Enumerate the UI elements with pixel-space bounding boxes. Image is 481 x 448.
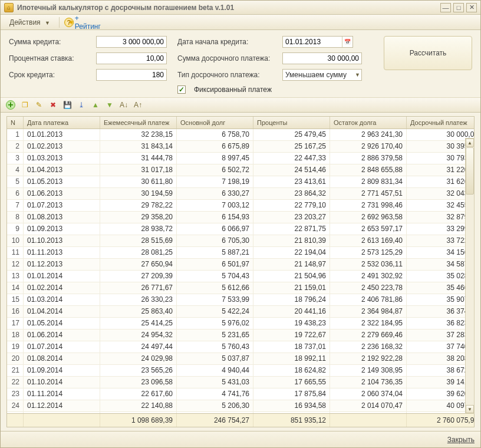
extra-sum-input[interactable]: [282, 52, 362, 64]
table-row[interactable]: 1301.01.201427 209,395 704,4321 504,962 …: [7, 271, 474, 282]
maximize-button[interactable]: □: [453, 3, 464, 12]
cell-interest: 18 992,11: [253, 353, 330, 364]
total-monthly: 1 098 689,39: [100, 414, 177, 427]
col-date[interactable]: Дата платежа: [24, 117, 100, 129]
chevron-down-icon: ▼: [355, 72, 360, 78]
rate-input[interactable]: [96, 52, 167, 64]
calculate-button[interactable]: Рассчитать: [384, 36, 472, 70]
table-row[interactable]: 2101.09.201423 565,264 940,4418 624,822 …: [7, 365, 474, 377]
save-button[interactable]: 💾: [62, 100, 73, 110]
cell-monthly: 23 096,58: [100, 377, 177, 388]
table-row[interactable]: 1201.12.201327 650,946 501,9721 148,972 …: [7, 259, 474, 271]
add-row-button[interactable]: +: [5, 100, 16, 110]
table-row[interactable]: 2201.10.201423 096,585 431,0317 665,552 …: [7, 377, 474, 388]
table-row[interactable]: 301.03.201331 444,788 997,4522 447,332 8…: [7, 153, 474, 164]
total-principal: 246 754,27: [177, 414, 253, 427]
cell-n: 15: [7, 294, 24, 305]
sum-label: Сумма кредита:: [9, 38, 91, 46]
actions-menu[interactable]: Действия ▼: [4, 16, 55, 29]
table-row[interactable]: 1901.07.201424 497,445 760,4318 737,012 …: [7, 341, 474, 353]
cell-monthly: 30 611,80: [100, 176, 177, 187]
copy-row-button[interactable]: ❐: [19, 100, 30, 110]
cell-principal: 6 705,30: [177, 235, 253, 246]
table-row[interactable]: 701.07.201329 782,227 003,1222 779,102 7…: [7, 200, 474, 212]
table-row[interactable]: 1701.05.201425 414,255 976,0219 438,232 …: [7, 318, 474, 330]
cell-date: 01.01.2014: [24, 271, 100, 282]
load-button[interactable]: ⤓: [76, 100, 87, 110]
col-interest[interactable]: Проценты: [253, 117, 330, 129]
cell-extra: 33 722,46: [407, 235, 474, 246]
cell-date: 01.05.2014: [24, 318, 100, 329]
footer-bar: Закрыть: [1, 431, 480, 447]
table-row[interactable]: 2001.08.201424 029,985 037,8718 992,112 …: [7, 353, 474, 365]
table-row[interactable]: 101.01.201332 238,156 758,7025 479,452 9…: [7, 129, 474, 141]
cell-date: 01.01.2013: [24, 129, 100, 140]
col-principal[interactable]: Основной долг: [177, 117, 253, 129]
cell-date: 01.03.2014: [24, 294, 100, 305]
cell-principal: 6 758,70: [177, 129, 253, 140]
cell-date: 01.06.2014: [24, 330, 100, 341]
cell-monthly: 32 238,15: [100, 129, 177, 140]
cell-principal: 4 940,44: [177, 365, 253, 376]
cell-monthly: 25 414,25: [100, 318, 177, 329]
cell-balance: 2 573 125,29: [330, 247, 407, 258]
table-row[interactable]: 2301.11.201422 617,604 741,7617 875,842 …: [7, 388, 474, 400]
star-icon: ✶: [68, 18, 75, 27]
table-row[interactable]: 201.02.201331 843,146 675,8925 167,252 9…: [7, 141, 474, 153]
cell-date: 01.08.2013: [24, 212, 100, 223]
menubar: Действия ▼ ? ✶ + Рейтинг: [1, 15, 480, 30]
table-row[interactable]: 601.06.201330 194,596 330,2723 864,322 7…: [7, 188, 474, 200]
scroll-down-button[interactable]: ▼: [466, 405, 474, 413]
scroll-up-button[interactable]: ▲: [466, 139, 474, 147]
extra-type-select[interactable]: Уменьшаем сумму ▼: [282, 69, 362, 81]
sort-desc-button[interactable]: A↑: [133, 100, 143, 110]
col-extra[interactable]: Досрочный платеж: [407, 117, 475, 129]
sort-asc-button[interactable]: A↓: [118, 100, 129, 110]
table-row[interactable]: 2401.12.201422 140,885 206,3016 934,582 …: [7, 400, 474, 412]
table-row[interactable]: 1801.06.201424 954,325 231,6519 722,672 …: [7, 330, 474, 341]
table-row[interactable]: 801.08.201329 358,206 154,9323 203,272 6…: [7, 212, 474, 223]
close-link[interactable]: Закрыть: [447, 436, 475, 444]
move-up-button[interactable]: ▲: [90, 100, 101, 110]
scroll-thumb[interactable]: [466, 147, 474, 195]
minimize-button[interactable]: —: [440, 3, 451, 12]
table-row[interactable]: 1601.04.201425 863,405 422,2420 441,162 …: [7, 306, 474, 318]
table-row[interactable]: 401.04.201331 017,186 502,7224 514,462 8…: [7, 164, 474, 176]
table-row[interactable]: 901.09.201328 938,726 066,9722 871,752 6…: [7, 223, 474, 235]
table-row[interactable]: 1101.11.201328 081,255 887,2122 194,042 …: [7, 247, 474, 259]
rating-button[interactable]: ✶ + Рейтинг: [78, 17, 90, 28]
cell-balance: 2 532 036,11: [330, 259, 407, 270]
vertical-scrollbar[interactable]: ▲ ▼: [465, 138, 475, 414]
term-input[interactable]: [96, 69, 167, 81]
close-button[interactable]: ✕: [466, 3, 477, 12]
col-n[interactable]: N: [7, 117, 24, 129]
extra-type-label: Тип досрочного платежа:: [177, 71, 278, 79]
calendar-icon[interactable]: 📅: [342, 37, 352, 47]
edit-row-button[interactable]: ✎: [34, 100, 44, 110]
cell-balance: 2 279 669,46: [330, 330, 407, 341]
cell-extra: 38 208,17: [407, 353, 474, 364]
cell-interest: 17 665,55: [253, 377, 330, 388]
cell-date: 01.12.2014: [24, 400, 100, 411]
cell-monthly: 24 029,98: [100, 353, 177, 364]
calculate-button-label: Рассчитать: [410, 49, 447, 57]
table-row[interactable]: 1401.02.201426 771,675 612,6621 159,012 …: [7, 282, 474, 294]
table-row[interactable]: 1001.10.201328 515,696 705,3021 810,392 …: [7, 235, 474, 247]
col-monthly[interactable]: Ежемесячный платеж: [100, 117, 177, 129]
cell-extra: 31 220,97: [407, 164, 474, 176]
table-row[interactable]: 1501.03.201426 330,237 533,9918 796,242 …: [7, 294, 474, 306]
col-balance[interactable]: Остаток долга: [330, 117, 407, 129]
cell-interest: 22 194,04: [253, 247, 330, 258]
cell-n: 24: [7, 400, 24, 411]
sum-input[interactable]: [96, 36, 167, 48]
delete-row-button[interactable]: ✖: [48, 100, 58, 110]
move-down-button[interactable]: ▼: [104, 100, 115, 110]
cell-balance: 2 692 963,58: [330, 212, 407, 223]
fixed-checkbox[interactable]: ✓: [177, 85, 186, 94]
cell-n: 3: [7, 153, 24, 164]
table-row[interactable]: 501.05.201330 611,807 198,1923 413,612 8…: [7, 176, 474, 188]
cell-monthly: 29 782,22: [100, 200, 177, 211]
cell-n: 10: [7, 235, 24, 246]
table-toolbar: + ❐ ✎ ✖ 💾 ⤓ ▲ ▼ A↓ A↑: [1, 97, 480, 113]
rating-label: + Рейтинг: [75, 14, 101, 31]
